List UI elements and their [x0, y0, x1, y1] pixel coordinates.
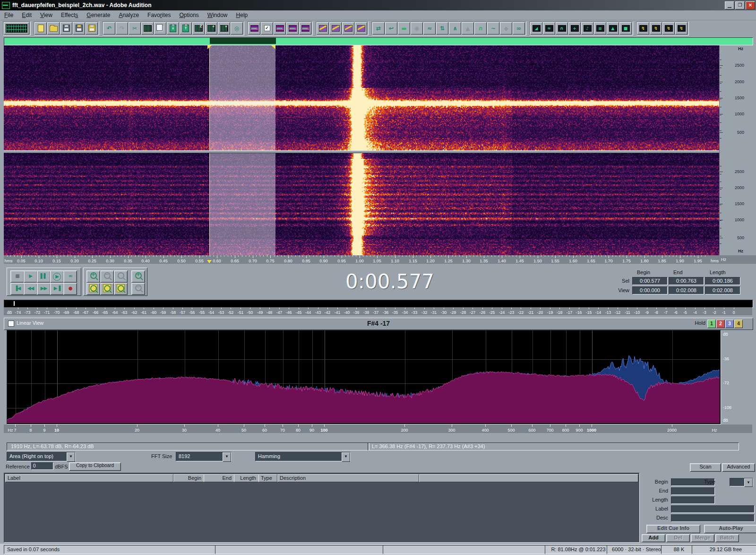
batch-process-1-icon[interactable]: ↯ [637, 22, 649, 35]
chevron-down-icon[interactable]: ▼ [744, 478, 753, 487]
new-file-icon[interactable] [34, 22, 47, 35]
zoom-sel-left-button[interactable] [86, 283, 100, 295]
spectrogram-left-channel[interactable] [4, 45, 719, 150]
overview-scroll-bar[interactable] [4, 37, 753, 45]
batch-button[interactable]: Batch [715, 534, 739, 542]
batch-process-2-icon[interactable]: ↯ [650, 22, 662, 35]
close-button[interactable]: × [746, 1, 755, 9]
delay-icon[interactable]: ↩ [385, 22, 397, 35]
stop-button[interactable]: ■ [10, 270, 24, 283]
open-file-icon[interactable] [47, 22, 60, 35]
cut-icon[interactable]: ✂ [129, 22, 141, 35]
time-display[interactable]: 0:00.577 [312, 269, 468, 295]
maximize-button[interactable]: ❐ [735, 1, 745, 9]
zoom-full-button[interactable] [100, 283, 114, 295]
cue-field-desc[interactable] [671, 514, 755, 522]
mix-paste-icon[interactable]: Z [192, 22, 205, 35]
scan-button[interactable]: Scan [690, 463, 721, 472]
spectrogram-view[interactable] [4, 45, 719, 255]
del-button[interactable]: Del [666, 534, 690, 542]
undo-icon[interactable]: ↶ [103, 22, 115, 35]
spectral-phase-icon[interactable] [286, 22, 299, 35]
frequency-ruler[interactable]: HzHz250020001500100050025002000150010005… [719, 45, 756, 255]
cue-column-begin[interactable]: Begin [173, 474, 205, 482]
reverb-icon[interactable]: ≈ [423, 22, 436, 35]
crop-icon[interactable] [141, 22, 154, 35]
window-function-dropdown[interactable]: Hamming ▼ [255, 452, 351, 461]
menu-edit[interactable]: Edit [17, 11, 36, 19]
copy-to-clipboard-button[interactable]: Copy to Clipboard [69, 462, 121, 471]
paste-to-new-icon[interactable]: ↑ [180, 22, 192, 35]
zoom-out-vertical-button[interactable]: − [131, 283, 145, 295]
edit-cue-info-button[interactable]: Edit Cue Info [646, 525, 700, 533]
statistics-icon[interactable]: + [568, 22, 581, 35]
batch-process-3-icon[interactable]: ↯ [662, 22, 675, 35]
db-ruler[interactable]: dB-74-73-72-71-70-69-68-67-66-65-64-63-6… [4, 307, 752, 315]
chevron-down-icon[interactable]: ▼ [342, 452, 350, 462]
batch-process-4-icon[interactable]: ↯ [675, 22, 687, 35]
menu-analyze[interactable]: Analyze [114, 11, 143, 19]
menu-window[interactable]: Window [203, 11, 232, 19]
go-start-button[interactable]: ▐◀ [10, 283, 24, 295]
forward-button[interactable]: ▶▶ [37, 283, 51, 295]
menu-options[interactable]: Options [175, 11, 203, 19]
selection-handle-left[interactable] [207, 45, 212, 49]
noise-reduction-icon[interactable]: ~ [487, 22, 499, 35]
mixer-icon[interactable]: ≡ [594, 22, 606, 35]
delete-selection-icon[interactable]: × [218, 22, 230, 35]
cue-field-length[interactable] [671, 496, 715, 504]
cue-field-end[interactable] [671, 487, 715, 495]
frequency-analysis-icon[interactable]: ◢ [530, 22, 542, 35]
merge-button[interactable]: Merge [691, 534, 714, 542]
spectral-freq-icon[interactable] [299, 22, 311, 35]
stretch-icon[interactable]: ⇄ [372, 22, 385, 35]
spectral-pan-icon[interactable] [274, 22, 286, 35]
cue-column-description[interactable]: Description [277, 474, 419, 482]
auto-play-button[interactable]: Auto-Play [704, 525, 756, 533]
chevron-down-icon[interactable]: ▼ [67, 452, 75, 462]
copy-to-new-icon[interactable]: + [205, 22, 217, 35]
find-beats-icon[interactable]: ◎ [231, 22, 243, 35]
cue-column-type[interactable]: Type [258, 474, 277, 482]
tone-generator-icon[interactable]: ∩ [556, 22, 568, 35]
spectrum-bars-icon[interactable]: ▲ [607, 22, 619, 35]
menu-favorites[interactable]: Favorites [143, 11, 175, 19]
pause-button[interactable]: ▌▌ [37, 270, 51, 283]
overview-selection[interactable] [210, 38, 276, 44]
save-file-icon[interactable] [60, 22, 72, 35]
filter-icon[interactable]: ▲ [462, 22, 474, 35]
cue-field-label[interactable] [671, 505, 755, 513]
hold-button-1[interactable]: 1 [707, 320, 716, 328]
record-button[interactable]: ● [63, 283, 77, 295]
resample-icon[interactable]: ∞ [513, 22, 525, 35]
cue-column-label[interactable]: Label [5, 474, 173, 482]
menu-help[interactable]: Help [232, 11, 252, 19]
save-all-icon[interactable] [86, 22, 98, 35]
analysis-chart-canvas[interactable] [7, 330, 720, 423]
normalize-icon[interactable]: ▬ [398, 22, 410, 35]
fft-filter-icon[interactable]: ∩ [474, 22, 487, 35]
cue-column-length[interactable]: Length [234, 474, 259, 482]
draw-tool-2-icon[interactable] [329, 22, 342, 35]
copy-icon[interactable] [154, 22, 166, 35]
play-looped-button[interactable]: ▶ [50, 270, 64, 283]
loop-button[interactable]: ∞ [63, 270, 77, 283]
cue-list[interactable]: LabelBeginEndLengthTypeDescription [4, 473, 640, 543]
cue-column-end[interactable]: End [204, 474, 235, 482]
draw-tool-1-icon[interactable] [317, 22, 329, 35]
menu-view[interactable]: View [36, 11, 57, 19]
chevron-down-icon[interactable]: ▼ [223, 452, 231, 462]
draw-tool-3-icon[interactable] [342, 22, 354, 35]
fft-size-dropdown[interactable]: 8192 ▼ [176, 452, 232, 461]
spectral-view-icon[interactable] [248, 22, 260, 35]
add-button[interactable]: Add [642, 534, 665, 542]
spectrogram-right-channel[interactable] [4, 152, 719, 255]
channel-splitter[interactable] [4, 150, 719, 153]
hold-button-2[interactable]: 2 [716, 320, 725, 328]
timeline-ruler[interactable]: hms0.050.100.150.200.250.300.350.400.450… [4, 255, 719, 264]
envelope-icon[interactable]: ∧ [449, 22, 461, 35]
zoom-in-button[interactable]: + [86, 270, 100, 283]
waveform-spectral-toggle-icon[interactable] [4, 22, 29, 35]
view-options-icon[interactable]: ✓ [261, 22, 273, 35]
menu-effects[interactable]: Effects [57, 11, 82, 19]
